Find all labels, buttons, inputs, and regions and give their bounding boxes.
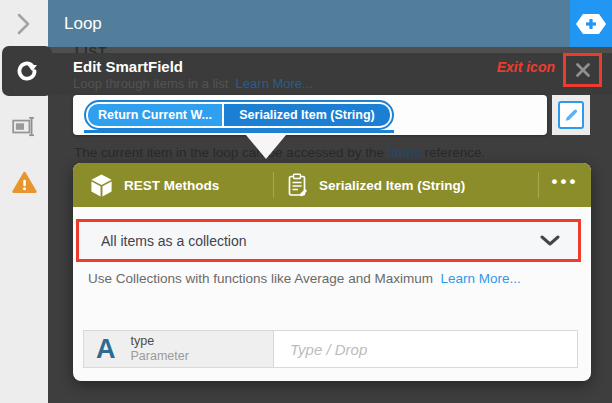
composer-header: REST Methods Serialized Item (String) [73,163,591,207]
loop-icon [13,57,41,85]
step-header-bar: Loop [48,0,570,47]
ellipsis-menu-icon: ••• [552,177,579,187]
composer-menu-button[interactable]: ••• [539,163,591,207]
smartfield-context-pill[interactable]: Return Current W... [88,104,222,126]
sidebar-item-loop[interactable] [2,46,52,96]
ghost-learn-more-link: Learn More... [236,76,313,91]
learn-more-link[interactable]: Learn More... [440,271,520,286]
parameter-name: type [131,334,189,349]
annotation-exit-label: Exit icon [430,59,555,75]
collection-mode-dropdown[interactable]: All items as a collection [79,222,578,259]
parameter-label-cell: A type Parameter [84,331,274,367]
edit-panel-title: Edit SmartField [73,58,183,75]
smartfield-composer-panel: REST Methods Serialized Item (String) [73,163,591,381]
composer-context-label: REST Methods [124,178,219,193]
smartfield-pill-group[interactable]: Return Current W... Serialized Item (Str… [84,100,394,130]
parameter-kind: Parameter [131,349,189,364]
warning-triangle-icon [11,170,38,196]
collections-hint: Use Collections with functions like Aver… [88,271,521,286]
cube-icon [89,173,114,198]
composer-field-section[interactable]: Serialized Item (String) [274,173,538,198]
composer-context-section[interactable]: REST Methods [73,173,273,198]
sidebar-item-smartfield[interactable] [11,113,37,139]
add-hexagon-icon [575,13,607,35]
chevron-down-icon [540,235,560,246]
parameter-input-cell [274,331,577,367]
chevron-right-icon [17,13,31,35]
pencil-icon [563,107,579,123]
sidebar-item-warnings[interactable] [11,170,38,196]
edit-field-zone [552,95,590,135]
close-icon[interactable] [574,61,592,79]
field-callout-caret [246,135,286,159]
ghost-items-link: Items [388,145,421,160]
clipboard-icon [287,173,309,198]
edit-field-button[interactable] [558,101,584,129]
annotation-dropdown-box: All items as a collection [76,219,581,262]
field-underline [84,130,394,133]
add-step-button[interactable] [570,0,612,47]
collapse-panel-button[interactable] [0,0,48,47]
screen: Loop LIST The current item in the loop c… [0,0,612,403]
dropdown-value: All items as a collection [101,233,247,249]
smartfield-ibeam-icon [11,113,37,139]
smartfield-value-row: Return Current W... Serialized Item (Str… [73,95,547,135]
text-type-icon: A [96,336,116,363]
smartfield-field-pill[interactable]: Serialized Item (String) [224,104,390,126]
step-title: Loop [64,0,102,47]
ghost-description: Loop through items in a list Learn More.… [73,76,313,91]
parameter-row: A type Parameter [83,330,578,368]
parameter-input[interactable] [274,331,577,367]
composer-field-label: Serialized Item (String) [319,178,465,193]
annotation-exit-box [563,53,602,87]
